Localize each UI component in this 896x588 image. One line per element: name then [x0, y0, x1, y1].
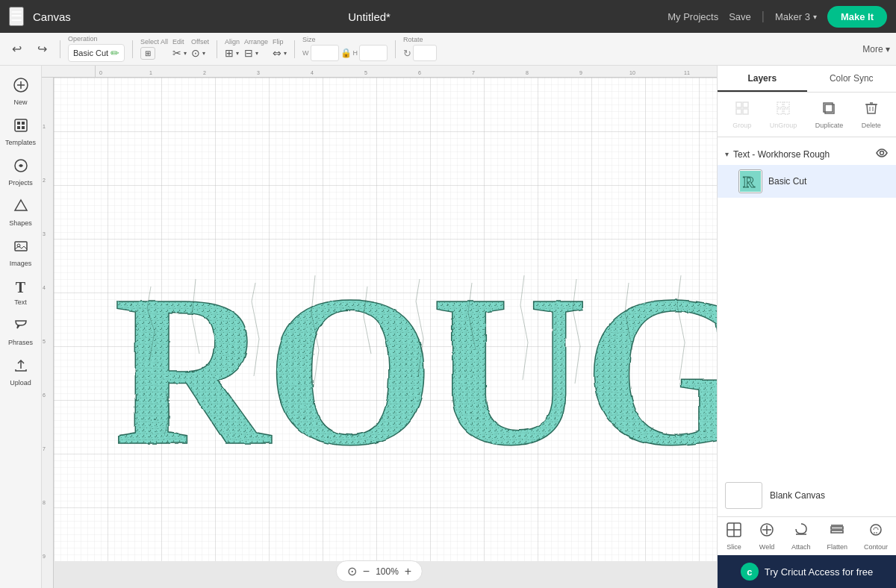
svg-marker-8 [15, 200, 27, 210]
maker-selector[interactable]: Maker 3 ▾ [775, 11, 817, 22]
edit-button[interactable]: ✂▾ [172, 47, 187, 59]
ruler-h-7: 7 [472, 70, 475, 75]
cricut-icon: c [741, 563, 759, 581]
svg-rect-22 [736, 109, 741, 114]
ruler-v-5: 5 [43, 339, 46, 344]
undo-button[interactable]: ↩ [6, 39, 27, 60]
sidebar-item-new[interactable]: New [3, 73, 39, 110]
layer-group-eye-icon[interactable] [875, 148, 889, 160]
duplicate-button[interactable]: Duplicate [809, 97, 850, 132]
make-it-button[interactable]: Make It [827, 6, 887, 28]
select-all-button[interactable]: ⊞ [140, 47, 155, 60]
group-icon [734, 100, 750, 120]
blank-canvas-thumbnail [725, 482, 762, 509]
size-h-input[interactable] [359, 45, 388, 61]
svg-rect-5 [22, 122, 25, 125]
ruler-h-4: 4 [311, 70, 314, 75]
edit-label: Edit [172, 39, 184, 46]
sidebar-item-projects[interactable]: Projects [3, 154, 39, 191]
ruler-h-0: 0 [99, 70, 102, 75]
save-button[interactable]: Save [729, 11, 751, 22]
separator3 [217, 40, 217, 58]
separator5 [395, 40, 396, 58]
ungroup-button[interactable]: UnGroup [764, 97, 803, 132]
weld-icon [759, 522, 775, 542]
size-w-input[interactable] [311, 45, 339, 61]
sidebar-item-upload[interactable]: Upload [3, 354, 39, 391]
redo-button[interactable]: ↪ [31, 39, 52, 60]
left-sidebar: New Templates Projects Shapes Images [0, 66, 42, 588]
svg-rect-26 [777, 109, 783, 114]
offset-button[interactable]: ⊙▾ [191, 47, 205, 59]
svg-rect-24 [777, 102, 783, 107]
align-group: Align ⊞▾ [225, 39, 240, 59]
zoom-target-button[interactable]: ⊙ [347, 564, 357, 578]
separator [60, 40, 60, 58]
operation-label: Operation [68, 36, 98, 43]
zoom-out-button[interactable]: − [363, 565, 370, 578]
arrange-button[interactable]: ⊟▾ [244, 47, 258, 59]
operation-value: Basic Cut [73, 49, 108, 57]
maker-chevron-icon: ▾ [813, 13, 817, 21]
ruler-h-10: 10 [629, 70, 635, 75]
tab-color-sync[interactable]: Color Sync [807, 66, 897, 92]
group-button[interactable]: Group [727, 97, 757, 132]
weld-button[interactable]: Weld [759, 522, 775, 551]
size-w-label: W [302, 49, 309, 57]
svg-rect-43 [831, 527, 843, 529]
ruler-v-6: 6 [43, 392, 46, 398]
my-projects-link[interactable]: My Projects [668, 11, 718, 22]
align-button[interactable]: ⊞▾ [225, 47, 239, 59]
more-button[interactable]: More ▾ [862, 44, 890, 54]
duplicate-icon [821, 100, 837, 120]
attach-label: Attach [791, 543, 811, 551]
canvas-area[interactable]: 0 1 2 3 4 5 6 7 8 9 10 11 12 1 2 3 4 5 6 [42, 66, 717, 588]
layer-item[interactable]: R Basic Cut [718, 165, 896, 198]
ruler-corner [42, 66, 96, 78]
align-label: Align [225, 39, 240, 46]
sidebar-item-templates[interactable]: Templates [3, 113, 39, 151]
rotate-input[interactable] [413, 45, 437, 61]
sidebar-item-text[interactable]: T Text [3, 275, 39, 310]
delete-label: Delete [862, 122, 881, 129]
shapes-label: Shapes [9, 219, 32, 227]
flatten-button[interactable]: Flatten [827, 522, 847, 551]
ruler-horizontal: 0 1 2 3 4 5 6 7 8 9 10 11 12 [96, 66, 717, 78]
sidebar-item-shapes[interactable]: Shapes [3, 194, 39, 231]
zoom-level: 100% [376, 566, 399, 577]
operation-group: Operation Basic Cut ✏ [68, 36, 125, 62]
cricut-access-banner[interactable]: c Try Cricut Access for free [718, 555, 896, 588]
tab-layers[interactable]: Layers [718, 66, 807, 92]
menu-button[interactable]: ☰ [9, 7, 24, 26]
zoom-controls: ⊙ − 100% + [336, 560, 423, 582]
size-label: Size [302, 37, 316, 43]
ruler-h-8: 8 [526, 70, 529, 75]
upload-label: Upload [10, 379, 31, 387]
offset-group: Offset ⊙▾ [191, 39, 209, 59]
rough-text[interactable]: ROUGH [106, 242, 717, 484]
blank-canvas-section[interactable]: Blank Canvas [718, 475, 896, 516]
svg-text:R: R [743, 172, 756, 191]
sidebar-item-phrases[interactable]: Phrases [3, 313, 39, 351]
rotate-group: Rotate ↻ [403, 37, 437, 61]
images-icon [13, 239, 28, 257]
arrange-label: Arrange [244, 39, 268, 46]
ruler-v-8: 8 [43, 500, 46, 505]
layer-group-header[interactable]: ▾ Text - Workhorse Rough [718, 143, 896, 165]
delete-button[interactable]: Delete [856, 97, 887, 132]
ruler-v-4: 4 [43, 285, 46, 290]
zoom-in-button[interactable]: + [405, 565, 411, 578]
flip-button[interactable]: ⇔▾ [273, 47, 287, 59]
projects-label: Projects [8, 179, 33, 187]
operation-selector[interactable]: Basic Cut ✏ [68, 44, 125, 62]
edit-group: Edit ✂▾ [172, 39, 187, 59]
canvas-grid[interactable]: ROUGH [54, 78, 717, 561]
attach-button[interactable]: Attach [791, 522, 811, 551]
contour-button[interactable]: Contour [864, 522, 888, 551]
slice-button[interactable]: Slice [726, 522, 742, 551]
toolbar: ↩ ↪ Operation Basic Cut ✏ Select All ⊞ E… [0, 33, 896, 66]
phrases-icon [13, 318, 28, 337]
right-panel-bottom-toolbar: Slice Weld Attach Flatten [718, 516, 896, 555]
sidebar-item-images[interactable]: Images [3, 234, 39, 272]
top-bar-center: Untitled* [80, 10, 659, 23]
